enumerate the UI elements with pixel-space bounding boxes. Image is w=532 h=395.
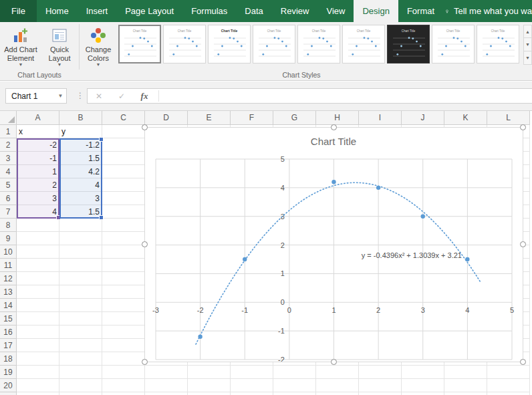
column-header-E[interactable]: E (188, 111, 231, 125)
select-all-corner[interactable] (0, 111, 17, 125)
gallery-scroll-up-button[interactable]: ▲ (523, 25, 532, 38)
cell-C2[interactable] (102, 138, 145, 152)
chart-style-1[interactable]: Chart Title (118, 25, 161, 63)
cell-A9[interactable] (17, 232, 59, 245)
cell-B11[interactable] (59, 259, 102, 272)
cell-E19[interactable] (188, 366, 231, 379)
chart-resize-handle[interactable] (520, 124, 526, 130)
chart-data-y-range[interactable] (59, 138, 102, 219)
chart-style-3[interactable]: Chart Title (208, 25, 251, 63)
cell-B10[interactable] (59, 245, 102, 259)
gallery-more-button[interactable]: ▼ (523, 51, 532, 65)
fill-handle[interactable] (99, 215, 104, 220)
chart-resize-handle[interactable] (142, 124, 148, 130)
cell-F19[interactable] (231, 366, 273, 379)
cell-C11[interactable] (102, 259, 145, 272)
cell-C15[interactable] (102, 312, 145, 325)
chart-data-x-range[interactable] (17, 138, 59, 219)
cell-B18[interactable] (59, 352, 102, 366)
cell-L20[interactable] (487, 379, 530, 392)
cell-C18[interactable] (102, 352, 145, 366)
row-header-5[interactable]: 5 (0, 178, 17, 192)
cell-J21[interactable] (402, 392, 444, 395)
column-header-G[interactable]: G (273, 111, 316, 125)
row-header-6[interactable]: 6 (0, 192, 17, 205)
cell-A12[interactable] (17, 272, 59, 285)
row-header-2[interactable]: 2 (0, 138, 17, 152)
cell-C6[interactable] (102, 192, 145, 205)
change-colors-button[interactable]: Change Colors ▼ (81, 23, 116, 69)
cell-L19[interactable] (487, 366, 530, 379)
tab-home[interactable]: Home (37, 0, 78, 22)
row-header-12[interactable]: 12 (0, 272, 17, 285)
tab-file[interactable]: File (0, 0, 37, 22)
chart-style-9[interactable]: Chart Title (477, 25, 519, 63)
quick-layout-button[interactable]: Quick Layout ▼ (41, 23, 78, 69)
chart-style-6[interactable]: Chart Title (342, 25, 385, 63)
column-header-L[interactable]: L (487, 111, 530, 125)
cell-G20[interactable] (273, 379, 316, 392)
cell-C9[interactable] (102, 232, 145, 245)
cell-B8[interactable] (59, 219, 102, 232)
formula-input[interactable] (162, 89, 532, 103)
chart-style-4[interactable]: Chart Title (253, 25, 295, 63)
cell-C10[interactable] (102, 245, 145, 259)
cell-I21[interactable] (359, 392, 402, 395)
cell-C20[interactable] (102, 379, 145, 392)
cell-C1[interactable] (102, 125, 145, 138)
gallery-scroll-down-button[interactable]: ▼ (523, 38, 532, 51)
name-box-dropdown-icon[interactable]: ▼ (55, 89, 66, 103)
cell-B9[interactable] (59, 232, 102, 245)
row-header-15[interactable]: 15 (0, 312, 17, 325)
cell-C4[interactable] (102, 165, 145, 178)
row-header-16[interactable]: 16 (0, 325, 17, 339)
cell-B17[interactable] (59, 339, 102, 352)
chart-style-5[interactable]: Chart Title (297, 25, 340, 63)
chart-resize-handle[interactable] (142, 359, 148, 365)
column-header-K[interactable]: K (444, 111, 487, 125)
tab-page-layout[interactable]: Page Layout (116, 0, 182, 22)
column-header-B[interactable]: B (59, 111, 102, 125)
row-header-19[interactable]: 19 (0, 366, 17, 379)
column-header-F[interactable]: F (231, 111, 273, 125)
cell-H19[interactable] (316, 366, 359, 379)
formula-bar-drag-handle[interactable]: ⋮ (76, 90, 84, 101)
fill-handle[interactable] (99, 137, 104, 142)
cell-B12[interactable] (59, 272, 102, 285)
chart-resize-handle[interactable] (331, 124, 337, 130)
cell-A21[interactable] (17, 392, 59, 395)
tab-formulas[interactable]: Formulas (182, 0, 236, 22)
cell-C12[interactable] (102, 272, 145, 285)
cell-B13[interactable] (59, 285, 102, 299)
row-header-10[interactable]: 10 (0, 245, 17, 259)
cell-J20[interactable] (402, 379, 444, 392)
row-header-20[interactable]: 20 (0, 379, 17, 392)
cancel-button[interactable]: ✕ (88, 92, 110, 101)
column-header-A[interactable]: A (17, 111, 59, 125)
row-header-8[interactable]: 8 (0, 219, 17, 232)
cell-L21[interactable] (487, 392, 530, 395)
chart-resize-handle[interactable] (331, 359, 337, 365)
cell-B19[interactable] (59, 366, 102, 379)
row-header-18[interactable]: 18 (0, 352, 17, 366)
cell-A20[interactable] (17, 379, 59, 392)
row-header-7[interactable]: 7 (0, 205, 17, 219)
cell-A17[interactable] (17, 339, 59, 352)
row-header-3[interactable]: 3 (0, 152, 17, 165)
tab-insert[interactable]: Insert (78, 0, 117, 22)
chart-object[interactable]: Chart Title-2-1012345-3-2-1012345y = -0.… (144, 127, 523, 362)
row-header-13[interactable]: 13 (0, 285, 17, 299)
cell-E21[interactable] (188, 392, 231, 395)
chart-style-8[interactable]: Chart Title (432, 25, 475, 63)
cell-C7[interactable] (102, 205, 145, 219)
cell-C14[interactable] (102, 299, 145, 312)
tab-format[interactable]: Format (398, 0, 443, 22)
tab-design[interactable]: Design (354, 0, 398, 22)
cell-A15[interactable] (17, 312, 59, 325)
tab-data[interactable]: Data (236, 0, 271, 22)
chart-resize-handle[interactable] (520, 241, 526, 247)
cell-B16[interactable] (59, 325, 102, 339)
cell-G19[interactable] (273, 366, 316, 379)
cell-A19[interactable] (17, 366, 59, 379)
add-chart-element-button[interactable]: Add Chart Element ▼ (1, 23, 40, 69)
